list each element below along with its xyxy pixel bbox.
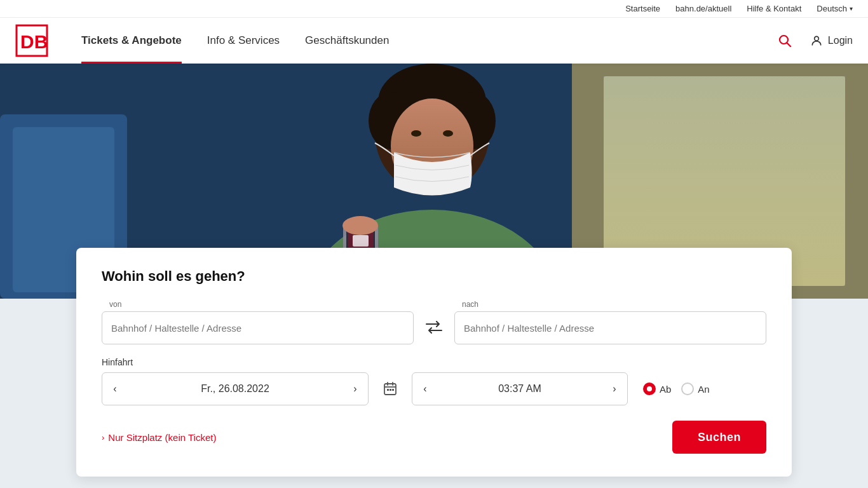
nav-links: Tickets & Angebote Info & Services Gesch… (69, 18, 772, 64)
search-bottom: › Nur Sitzplatz (kein Ticket) Suchen (102, 421, 766, 454)
utility-hilfe[interactable]: Hilfe & Kontakt (747, 4, 801, 13)
radio-ab-circle (643, 383, 656, 395)
utility-startseite[interactable]: Startseite (625, 4, 660, 13)
nav-tickets[interactable]: Tickets & Angebote (69, 18, 194, 64)
language-label: Deutsch (817, 4, 847, 13)
search-title: Wohin soll es gehen? (102, 268, 766, 285)
sitzplatz-link[interactable]: › Nur Sitzplatz (kein Ticket) (102, 432, 216, 443)
from-group: von (102, 300, 414, 344)
radio-an-circle (681, 383, 694, 395)
language-chevron-icon: ▾ (850, 5, 853, 12)
swap-button[interactable] (421, 315, 447, 340)
search-button[interactable] (772, 28, 797, 53)
to-group: nach (454, 300, 766, 344)
sitzplatz-label: Nur Sitzplatz (kein Ticket) (108, 432, 216, 443)
radio-group: Ab An (643, 383, 710, 395)
time-value: 03:37 AM (438, 383, 602, 395)
svg-point-20 (443, 130, 453, 137)
from-label: von (102, 300, 414, 309)
svg-point-5 (815, 36, 819, 41)
sitzplatz-chevron-icon: › (102, 433, 104, 442)
svg-text:DB: DB (20, 31, 48, 52)
date-value: Fr., 26.08.2022 (128, 383, 342, 395)
nav-info-services[interactable]: Info & Services (194, 18, 292, 64)
svg-point-19 (411, 130, 421, 137)
svg-rect-31 (390, 389, 391, 391)
utility-aktuell[interactable]: bahn.de/aktuell (675, 4, 731, 13)
db-logo[interactable]: DB (15, 24, 48, 57)
suchen-button[interactable]: Suchen (672, 421, 766, 454)
radio-ab-label: Ab (660, 384, 671, 395)
main-nav: DB Tickets & Angebote Info & Services Ge… (0, 18, 868, 64)
search-icon (777, 33, 792, 48)
calendar-button[interactable] (376, 375, 404, 403)
calendar-icon (383, 381, 398, 396)
radio-ab[interactable]: Ab (643, 383, 671, 395)
language-selector[interactable]: Deutsch ▾ (817, 4, 853, 13)
direction-label: Hinfahrt (102, 357, 766, 367)
time-picker: ‹ 03:37 AM › (412, 372, 628, 405)
from-input[interactable] (102, 311, 414, 344)
time-prev-button[interactable]: ‹ (412, 373, 438, 405)
swap-icon (425, 321, 443, 334)
svg-line-4 (787, 43, 790, 47)
route-row: von nach (102, 300, 766, 344)
svg-rect-24 (353, 235, 369, 247)
svg-point-25 (342, 216, 378, 235)
utility-bar: Startseite bahn.de/aktuell Hilfe & Konta… (0, 0, 868, 18)
radio-an-label: An (698, 384, 709, 395)
time-next-button[interactable]: › (602, 373, 627, 405)
to-input[interactable] (454, 311, 766, 344)
date-picker: ‹ Fr., 26.08.2022 › (102, 372, 369, 405)
svg-rect-30 (387, 389, 389, 391)
radio-an[interactable]: An (681, 383, 709, 395)
login-button[interactable]: Login (810, 34, 853, 47)
search-panel: Wohin soll es gehen? von nach Hinfahrt ‹… (76, 248, 792, 477)
datetime-section: Hinfahrt ‹ Fr., 26.08.2022 › (102, 357, 766, 405)
date-prev-button[interactable]: ‹ (102, 373, 128, 405)
svg-rect-32 (392, 389, 394, 391)
nav-right: Login (772, 28, 853, 53)
nav-geschaeftskunden[interactable]: Geschäftskunden (292, 18, 402, 64)
login-label: Login (828, 35, 853, 46)
to-label: nach (454, 300, 766, 309)
datetime-row: ‹ Fr., 26.08.2022 › ‹ 03:37 (102, 372, 766, 405)
person-icon (810, 34, 823, 47)
date-next-button[interactable]: › (342, 373, 368, 405)
